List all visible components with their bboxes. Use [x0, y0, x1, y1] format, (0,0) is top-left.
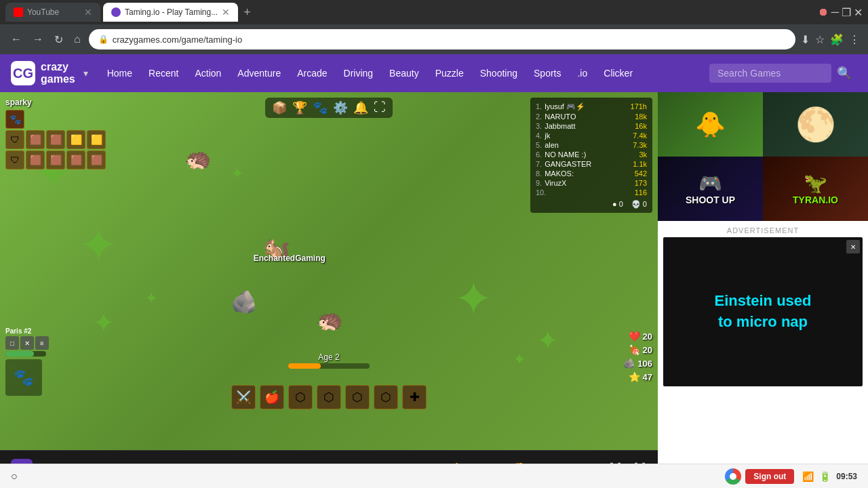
score-row: 1.lyusuf 🎮⚡171h [536, 102, 647, 112]
score-row: 8.MAKOS:542 [536, 169, 647, 178]
nav-driving[interactable]: Driving [336, 54, 382, 92]
health-bar [5, 351, 34, 357]
score-row: 2.NARUTO18k [536, 112, 647, 121]
star-icon[interactable]: ☆ [815, 33, 825, 46]
age-progress [288, 363, 370, 369]
bottom-slot-5[interactable]: ⬡ [345, 385, 370, 409]
minimize-button[interactable]: ─ [831, 6, 839, 18]
crazygames-favicon [111, 7, 121, 17]
sidebar-thumb-1[interactable]: 🐥 [658, 92, 763, 157]
new-tab-button[interactable]: + [241, 5, 254, 20]
creature-3: 🪨 [231, 289, 258, 314]
score-row: 5.alen7.3k [536, 140, 647, 150]
nav-io[interactable]: .io [569, 54, 595, 92]
mini-btn-1[interactable]: □ [5, 336, 19, 350]
search-area: 🔍 [709, 63, 857, 83]
sidebar-thumb-1-bg: 🐥 [658, 92, 763, 157]
bottom-slot-3[interactable]: ⬡ [288, 385, 313, 409]
mini-btn-3[interactable]: ≡ [35, 336, 49, 350]
game-chest-icon[interactable]: 📦 [272, 100, 287, 115]
crazygames-logo[interactable]: CG crazy games [11, 61, 75, 85]
address-bar-row: ← → ↻ ⌂ 🔒 crazygames.com/game/taming-io … [0, 24, 868, 54]
forward-button[interactable]: → [30, 30, 46, 48]
youtube-favicon [14, 7, 23, 17]
sidebar-thumbnails: 🐥 🌕 🎮 SHOOT UP [658, 92, 868, 221]
resources-panel: ❤️ 20 🍖 20 🪨 106 [623, 331, 652, 382]
tab-bar: YouTube ✕ Taming.io - Play Taming... ✕ +… [0, 0, 868, 24]
bottom-slot-7[interactable]: ✚ [402, 385, 427, 409]
taskbar-menu-icon[interactable]: ○ [11, 470, 18, 483]
back-button[interactable]: ← [8, 30, 24, 48]
nav-home[interactable]: Home [99, 54, 140, 92]
wifi-icon: 📶 [802, 471, 814, 482]
close-button[interactable]: ✕ [854, 6, 863, 19]
age-bar: Age 2 [288, 352, 370, 369]
inv-avatar: 🐾 [5, 110, 24, 129]
nav-shooting[interactable]: Shooting [472, 54, 526, 92]
score-rows: 1.lyusuf 🎮⚡171h2.NARUTO18k3.Jabbmatt16k4… [536, 102, 647, 197]
nav-action[interactable]: Action [186, 54, 229, 92]
star-decoration-4: ✦ [144, 289, 158, 308]
mini-avatar: 🐾 [5, 359, 42, 396]
logo-text: crazy games [41, 61, 75, 85]
bookmark-icon[interactable]: ⬇ [801, 33, 810, 46]
game-settings-icon[interactable]: ⚙️ [333, 100, 348, 115]
nav-adventure[interactable]: Adventure [229, 54, 289, 92]
sidebar-thumb-2[interactable]: 🌕 [763, 92, 868, 157]
bottom-slot-2[interactable]: 🍎 [260, 385, 284, 409]
game-paw-icon[interactable]: 🐾 [313, 100, 328, 115]
browser-chrome: YouTube ✕ Taming.io - Play Taming... ✕ +… [0, 0, 868, 54]
search-button[interactable]: 🔍 [831, 63, 857, 83]
sidebar-thumb-3[interactable]: 🎮 SHOOT UP [658, 157, 763, 221]
reload-button[interactable]: ↻ [52, 30, 66, 49]
age-label: Age 2 [318, 352, 339, 362]
bottom-slot-1[interactable]: ⚔️ [231, 385, 256, 409]
search-input[interactable] [709, 64, 831, 83]
thumb-3-label: SHOOT UP [686, 195, 735, 205]
thumb-4-icon: 🦖 [804, 172, 827, 195]
ad-box: ✕ Einstein usedto micro nap [663, 237, 863, 386]
score-row: 10.116 [536, 188, 647, 197]
player-name: sparky [5, 98, 106, 107]
game-fullscreen-icon[interactable]: ⛶ [374, 100, 386, 115]
extensions-icon[interactable]: 🧩 [830, 33, 844, 46]
ad-section: ADVERTISEMENT ✕ Einstein usedto micro na… [658, 221, 868, 392]
sidebar-thumb-4[interactable]: 🦖 TYRAN.IO [763, 157, 868, 221]
bottom-slot-6[interactable]: ⬡ [374, 385, 398, 409]
logo-icon: CG [11, 61, 35, 85]
tab-youtube[interactable]: YouTube ✕ [5, 3, 100, 22]
game-sound-icon[interactable]: 🔔 [353, 100, 368, 115]
score-deaths: 💀 0 [631, 200, 647, 209]
ad-label: ADVERTISEMENT [663, 226, 863, 235]
chrome-launcher[interactable] [721, 464, 745, 489]
inv-slot-1: 🛡 [5, 130, 24, 149]
nav-dropdown-arrow[interactable]: ▾ [83, 68, 88, 79]
bottom-slot-4[interactable]: ⬡ [317, 385, 341, 409]
window-controls: ⏺ ─ ❐ ✕ [818, 6, 863, 19]
nav-arcade[interactable]: Arcade [289, 54, 335, 92]
restore-button[interactable]: ❐ [842, 6, 851, 19]
nav-beauty[interactable]: Beauty [381, 54, 427, 92]
lock-icon: 🔒 [98, 35, 108, 44]
mini-btn-2[interactable]: ✕ [20, 336, 34, 350]
sign-out-button[interactable]: Sign out [745, 469, 794, 484]
game-trophy-icon[interactable]: 🏆 [292, 100, 307, 115]
inv-row-icon: 🐾 [5, 110, 106, 129]
ad-close-button[interactable]: ✕ [846, 240, 860, 253]
tab-crazygames[interactable]: Taming.io - Play Taming... ✕ [103, 3, 238, 22]
nav-puzzle[interactable]: Puzzle [427, 54, 472, 92]
star-decoration-3: ✦ [92, 307, 115, 338]
home-button[interactable]: ⌂ [71, 30, 83, 48]
tab-youtube-close[interactable]: ✕ [84, 7, 92, 18]
address-bar[interactable]: 🔒 crazygames.com/game/taming-io [89, 29, 795, 49]
menu-icon[interactable]: ⋮ [849, 33, 860, 46]
resource-gold: ⭐ 47 [623, 371, 652, 382]
star-decoration-2: ✦ [79, 218, 119, 273]
nav-sports[interactable]: Sports [526, 54, 569, 92]
tab-crazygames-close[interactable]: ✕ [222, 7, 230, 18]
game-viewport[interactable]: ✦ ✦ ✦ ✦ ✦ ✦ ✦ ✦ 🦔 🐿️ 🪨 🦔 [0, 92, 658, 450]
nav-recent[interactable]: Recent [140, 54, 186, 92]
nav-clicker[interactable]: Clicker [595, 54, 641, 92]
star-decoration-8: ✦ [231, 164, 244, 183]
tab-youtube-label: YouTube [27, 7, 59, 17]
